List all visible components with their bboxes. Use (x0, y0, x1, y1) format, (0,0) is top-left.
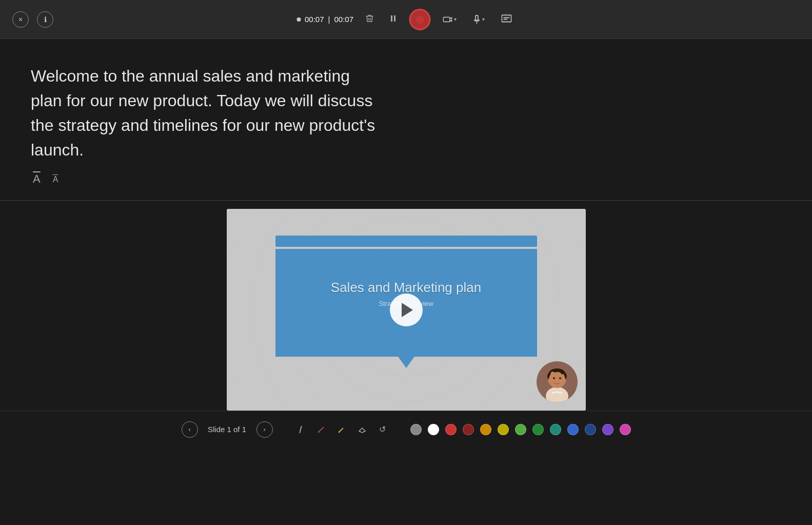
font-decrease-label: A (53, 175, 58, 184)
font-increase-label: A (33, 172, 41, 185)
font-increase-button[interactable]: A (31, 170, 43, 188)
play-icon (402, 303, 413, 317)
pen-tool[interactable] (290, 419, 310, 439)
camera-dropdown-icon: ▾ (454, 16, 457, 22)
color-white[interactable] (428, 424, 439, 435)
eraser-tool[interactable] (355, 422, 369, 437)
close-button[interactable]: × (12, 11, 29, 28)
transcript-text: Welcome to the annual sales and marketin… (31, 64, 380, 162)
slide-container[interactable]: Sales and Marketing plan Strategic overv… (227, 209, 586, 411)
font-size-controls: A A (31, 162, 781, 188)
slide-counter: Slide 1 of 1 (204, 425, 250, 434)
svg-rect-0 (391, 15, 392, 22)
svg-rect-2 (443, 17, 450, 22)
svg-point-22 (559, 377, 561, 379)
highlighter-tool[interactable] (334, 422, 349, 437)
info-button[interactable]: ℹ (37, 11, 53, 28)
svg-line-27 (339, 432, 340, 433)
delete-button[interactable] (362, 12, 377, 27)
prev-icon: ‹ (189, 426, 191, 433)
color-pink[interactable] (620, 424, 631, 435)
undo-tool[interactable]: ↺ (375, 422, 390, 437)
svg-rect-5 (502, 15, 511, 22)
color-light-green[interactable] (515, 424, 526, 435)
color-purple[interactable] (602, 424, 613, 435)
top-bar-center: 00:07 | 00:07 ▾ ▾ (296, 9, 516, 30)
svg-rect-1 (394, 15, 395, 22)
svg-line-23 (297, 426, 304, 433)
color-dark-red[interactable] (463, 424, 474, 435)
timer-separator: | (328, 15, 330, 24)
font-decrease-button[interactable]: A (51, 172, 61, 187)
svg-line-26 (339, 428, 343, 432)
color-red[interactable] (445, 424, 457, 435)
top-bar: × ℹ 00:07 | 00:07 (0, 0, 812, 39)
color-yellow[interactable] (498, 424, 509, 435)
pause-button[interactable] (385, 12, 401, 27)
bottom-toolbar: ‹ Slide 1 of 1 › ↺ (0, 411, 812, 448)
color-blue[interactable] (567, 424, 579, 435)
caption-button[interactable] (497, 12, 516, 27)
timer-current: 00:07 (305, 15, 324, 24)
color-gray[interactable] (410, 424, 422, 435)
svg-rect-3 (476, 15, 478, 20)
slide-area: Sales and Marketing plan Strategic overv… (0, 201, 812, 411)
mic-button[interactable]: ▾ (469, 13, 489, 26)
red-pen-tool[interactable] (314, 422, 328, 437)
presenter-avatar (537, 361, 578, 402)
close-icon: × (18, 15, 23, 24)
next-icon: › (264, 426, 266, 433)
transcript-area: Welcome to the annual sales and marketin… (0, 39, 812, 200)
prev-slide-button[interactable]: ‹ (182, 421, 198, 438)
mic-dropdown-icon: ▾ (482, 16, 485, 22)
record-inner (415, 15, 424, 24)
next-slide-button[interactable]: › (256, 421, 273, 438)
svg-line-24 (319, 427, 324, 432)
top-bar-left: × ℹ (12, 11, 53, 28)
timer-total: 00:07 (334, 15, 353, 24)
timer-indicator (296, 17, 301, 22)
color-dark-blue[interactable] (585, 424, 596, 435)
svg-point-21 (553, 377, 555, 379)
camera-button[interactable]: ▾ (439, 14, 461, 25)
color-orange[interactable] (480, 424, 491, 435)
timer-display: 00:07 | 00:07 (296, 15, 353, 24)
color-green[interactable] (532, 424, 544, 435)
play-overlay[interactable] (390, 294, 423, 326)
info-icon: ℹ (44, 15, 47, 24)
record-button[interactable] (409, 9, 430, 30)
color-teal[interactable] (550, 424, 561, 435)
